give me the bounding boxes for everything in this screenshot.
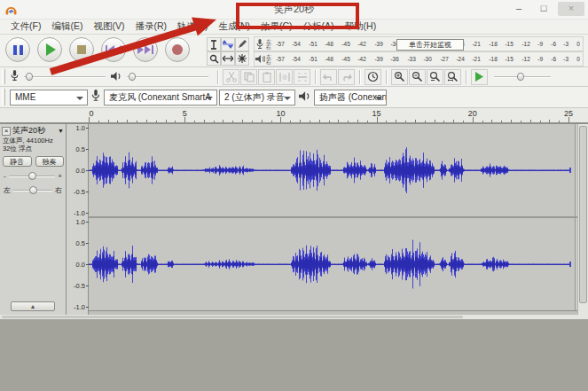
track-collapse-button[interactable]: ▲ — [11, 301, 55, 311]
pause-button[interactable] — [5, 37, 30, 62]
meter-scale-number: -15 — [506, 56, 514, 61]
meter-toolbar: 左右 -57-54-51-48-45-42-39-36-33-30-27-24-… — [254, 36, 584, 66]
zoom-tool-button[interactable] — [207, 51, 221, 66]
meter-scale-number: -45 — [341, 56, 349, 61]
cut-button[interactable] — [223, 69, 239, 85]
play-button[interactable] — [37, 37, 62, 62]
close-button[interactable]: × — [558, 2, 584, 16]
minimize-button[interactable]: – — [508, 2, 529, 16]
maximize-button[interactable]: □ — [533, 2, 554, 16]
meter-channel-labels: 左右 — [265, 54, 272, 65]
zoom-out-button[interactable] — [409, 69, 426, 85]
timeline-ruler[interactable]: 0510152025 — [0, 108, 588, 124]
meter-scale-number: -39 — [374, 41, 382, 46]
asterisk-icon — [238, 54, 247, 63]
redo-button[interactable] — [338, 69, 355, 85]
meter-channel-labels: 左右 — [265, 39, 272, 50]
trim-audio-button[interactable] — [276, 69, 293, 85]
playback-meter-scale: -57-54-51-48-45-42-39-36-33-30-27-24-21-… — [272, 56, 583, 62]
track-close-button[interactable]: × — [2, 127, 11, 136]
meter-scale-number: -54 — [293, 56, 301, 61]
recording-volume-slider[interactable] — [24, 76, 106, 78]
vertical-scrollbar[interactable] — [577, 124, 588, 315]
timeline-label-25: 25 — [564, 109, 573, 118]
time-shift-tool-button[interactable] — [221, 51, 235, 66]
menu-item-1[interactable]: 文件(F) — [5, 20, 46, 33]
pan-slider[interactable] — [13, 190, 52, 192]
paste-button[interactable] — [258, 69, 275, 85]
track-name[interactable]: 笑声20秒 — [12, 125, 58, 137]
playback-meter[interactable]: 左右 -57-54-51-48-45-42-39-36-33-30-27-24-… — [254, 51, 584, 66]
recording-device-select[interactable]: 麦克风 (Conexant SmartA — [104, 90, 217, 106]
stop-icon — [77, 45, 86, 54]
track-area: × 笑声20秒 ▼ 立体声, 44100Hz 32位 浮点 静音 独奏 - + … — [0, 124, 588, 315]
sync-lock-button[interactable] — [365, 69, 381, 85]
mute-button[interactable]: 静音 — [3, 156, 32, 167]
playback-volume-slider[interactable] — [127, 76, 208, 78]
meter-scale-number: -27 — [440, 56, 448, 61]
audacity-window: 笑声20秒 – □ × 文件(F)编辑(E)视图(V)播录(R)轨道(T)生成(… — [0, 0, 588, 319]
meter-scale-number: -15 — [506, 41, 514, 46]
zoom-in-button[interactable] — [391, 69, 408, 85]
copy-button[interactable] — [240, 69, 257, 85]
meter-scale-number: -30 — [423, 56, 431, 61]
horizontal-scrollbar[interactable] — [0, 315, 588, 319]
transport-toolbar — [5, 37, 190, 62]
draw-tool-button[interactable] — [235, 37, 249, 51]
microphone-icon — [255, 39, 265, 50]
zoom-out-icon — [412, 71, 423, 82]
toolbar-top: 左右 -57-54-51-48-45-42-39-36-33-30-27-24-… — [0, 34, 588, 67]
recording-channels-select[interactable]: 2 (立体声) 录音 — [219, 90, 295, 106]
meter-scale-number: -3 — [564, 41, 569, 46]
undo-button[interactable] — [320, 69, 337, 85]
play-at-speed-button[interactable] — [471, 69, 488, 85]
skip-to-start-button[interactable] — [101, 37, 126, 62]
skip-to-end-button[interactable] — [133, 37, 158, 62]
timeline-label-5: 5 — [183, 109, 187, 118]
pan-left-label: 左 — [4, 185, 11, 195]
fit-selection-button[interactable] — [427, 69, 443, 85]
pencil-icon — [238, 40, 247, 49]
timeline-label-15: 15 — [372, 109, 381, 118]
track-control-panel[interactable]: × 笑声20秒 ▼ 立体声, 44100Hz 32位 浮点 静音 独奏 - + … — [0, 124, 67, 315]
stop-button[interactable] — [69, 37, 94, 62]
play-speed-slider[interactable] — [494, 76, 551, 78]
selection-tool-button[interactable] — [207, 37, 221, 51]
silence-audio-button[interactable] — [294, 69, 310, 85]
waveform-channel-right[interactable] — [89, 218, 577, 310]
fit-project-icon — [447, 71, 459, 82]
record-button[interactable] — [165, 37, 190, 62]
amplitude-label: 0.5 — [76, 145, 85, 152]
record-icon — [172, 44, 183, 55]
audio-host-select[interactable]: MME — [10, 90, 88, 106]
menu-item-2[interactable]: 编辑(E) — [46, 20, 88, 33]
toolbar-bottom — [0, 67, 588, 87]
meter-scale-number: -42 — [358, 41, 366, 46]
play-speed-icon — [474, 72, 484, 82]
mixer-speaker-icon — [111, 69, 122, 85]
meter-scale-number: -21 — [473, 56, 481, 61]
waveform-channel-left[interactable] — [89, 124, 577, 216]
meter-scale-number: -51 — [309, 41, 317, 46]
pause-icon — [13, 45, 23, 55]
solo-button[interactable]: 独奏 — [35, 156, 65, 167]
timeline-label-20: 20 — [468, 109, 477, 118]
fit-project-button[interactable] — [444, 69, 461, 85]
device-toolbar: MME 麦克风 (Conexant SmartA 2 (立体声) 录音 扬声器 … — [0, 87, 588, 108]
waveform-display[interactable] — [89, 124, 577, 315]
envelope-tool-button[interactable] — [221, 37, 235, 51]
menu-item-5[interactable]: 轨道(T) — [172, 20, 213, 33]
scissors-icon — [226, 72, 237, 82]
menu-item-3[interactable]: 视图(V) — [88, 20, 129, 33]
meter-scale-number: 0 — [576, 41, 580, 46]
playback-device-select[interactable]: 扬声器 (Conexant SmartA — [314, 90, 387, 106]
amplitude-label: -0.5 — [74, 281, 85, 289]
gain-slider[interactable] — [9, 176, 56, 177]
vertical-scale-ruler[interactable]: 1.00.50.0-0.5-1.0 1.00.50.0-0.5-1.0 — [67, 124, 89, 315]
recording-meter[interactable]: 左右 -57-54-51-48-45-42-39-36-33-30-27-24-… — [254, 36, 584, 51]
multi-tool-button[interactable] — [235, 51, 249, 66]
track-menu-dropdown[interactable]: ▼ — [58, 128, 64, 134]
amplitude-label: -1.0 — [74, 208, 85, 216]
meter-scale-number: -42 — [358, 56, 366, 61]
menu-item-4[interactable]: 播录(R) — [129, 20, 172, 33]
